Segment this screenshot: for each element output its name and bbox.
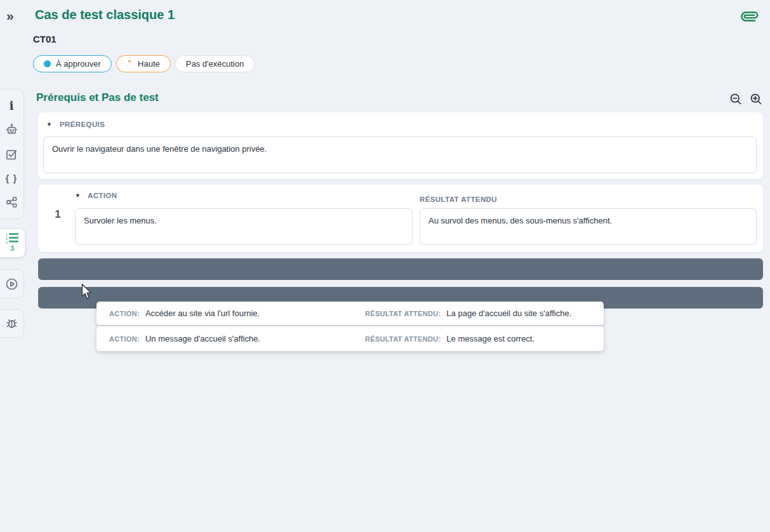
- status-badge[interactable]: À approuver: [33, 55, 112, 72]
- collapse-panel-icon[interactable]: »: [6, 8, 14, 23]
- chevron-up-icon: ⌃: [127, 60, 133, 67]
- sidebar-item-automation[interactable]: [0, 117, 23, 142]
- sidebar-group-executions: [0, 269, 24, 298]
- numbered-list-icon: 1 2 3: [5, 232, 19, 244]
- attachment-paperclip-icon[interactable]: [741, 8, 758, 25]
- sidebar-item-verifications[interactable]: [0, 142, 23, 166]
- sidebar-group-issues: [0, 309, 24, 338]
- checkbox-check-icon: [5, 148, 18, 161]
- importance-badge[interactable]: ⌃ Haute: [116, 55, 171, 72]
- drag-placeholder-row-1[interactable]: [38, 258, 763, 280]
- sidebar-item-links[interactable]: [0, 190, 23, 215]
- drag-ghost-step-row[interactable]: ACTION: Un message d'accueil s'affiche. …: [96, 326, 604, 351]
- status-badge-label: À approuver: [56, 59, 101, 69]
- sidebar-item-test-steps-active[interactable]: 1 2 3 3: [0, 229, 25, 257]
- sidebar-item-issues[interactable]: [0, 311, 23, 336]
- sidebar-item-information[interactable]: i: [0, 93, 23, 117]
- prerequisite-panel: ▼ PRÉREQUIS Ouvrir le navigateur dans un…: [38, 112, 763, 179]
- step-number: 1: [51, 208, 65, 221]
- sidebar-item-parameters[interactable]: { }: [0, 166, 23, 190]
- page-title: Cas de test classique 1: [35, 8, 175, 22]
- prerequisite-text: Ouvrir le navigateur dans une fenêtre de…: [52, 144, 267, 154]
- execution-status-badge[interactable]: Pas d'exécution: [175, 55, 255, 72]
- braces-icon: { }: [6, 173, 18, 183]
- step-action-text: Survoler les menus.: [84, 216, 157, 225]
- test-steps-count-badge: 3: [5, 244, 19, 252]
- drag-ghost-step-row[interactable]: ACTION: Accéder au site via l'url fourni…: [96, 302, 604, 325]
- zoom-in-icon[interactable]: [750, 93, 762, 105]
- play-circle-icon: [5, 277, 18, 291]
- section-title: Prérequis et Pas de test: [36, 91, 159, 104]
- ghost-action-label: ACTION:: [109, 335, 140, 343]
- result-column-header: RÉSULTAT ATTENDU: [420, 196, 497, 203]
- badge-row: À approuver ⌃ Haute Pas d'exécution: [33, 55, 255, 72]
- collapse-caret-icon[interactable]: ▼: [75, 192, 81, 199]
- ghost-action-label: ACTION:: [109, 310, 140, 317]
- step-action-textbox[interactable]: Survoler les menus.: [75, 208, 413, 245]
- ghost-result-text: La page d'accueil du site s'affiche.: [446, 309, 571, 318]
- status-dot-icon: [44, 60, 51, 67]
- sidebar-item-executions[interactable]: [0, 271, 23, 296]
- prerequisite-textbox[interactable]: Ouvrir le navigateur dans une fenêtre de…: [43, 136, 757, 173]
- info-icon: i: [9, 98, 13, 112]
- sidebar-group-main: i { }: [0, 89, 24, 219]
- bug-icon: [5, 317, 18, 330]
- ghost-action-text: Un message d'accueil s'affiche.: [145, 334, 260, 343]
- test-step-row-panel: ▼ ACTION RÉSULTAT ATTENDU 1 Survoler les…: [38, 185, 763, 252]
- ghost-result-label: RÉSULTAT ATTENDU:: [365, 310, 441, 317]
- robot-icon: [5, 123, 18, 136]
- collapse-caret-icon[interactable]: ▼: [46, 121, 52, 128]
- share-icon: [6, 196, 18, 208]
- ghost-result-text: Le message est correct.: [446, 334, 534, 343]
- ghost-action-text: Accéder au site via l'url fournie.: [145, 309, 260, 318]
- importance-badge-label: Haute: [138, 59, 160, 69]
- ghost-result-label: RÉSULTAT ATTENDU:: [365, 335, 441, 343]
- svg-text:3: 3: [6, 241, 8, 244]
- prerequisite-header: PRÉREQUIS: [60, 121, 105, 128]
- step-result-textbox[interactable]: Au survol des menus, des sous-menus s'af…: [420, 208, 757, 245]
- action-column-header: ACTION: [88, 192, 117, 199]
- execution-badge-label: Pas d'exécution: [186, 59, 244, 69]
- test-case-reference: CT01: [33, 34, 56, 44]
- zoom-out-icon[interactable]: [729, 93, 742, 105]
- step-result-text: Au survol des menus, des sous-menus s'af…: [428, 216, 612, 225]
